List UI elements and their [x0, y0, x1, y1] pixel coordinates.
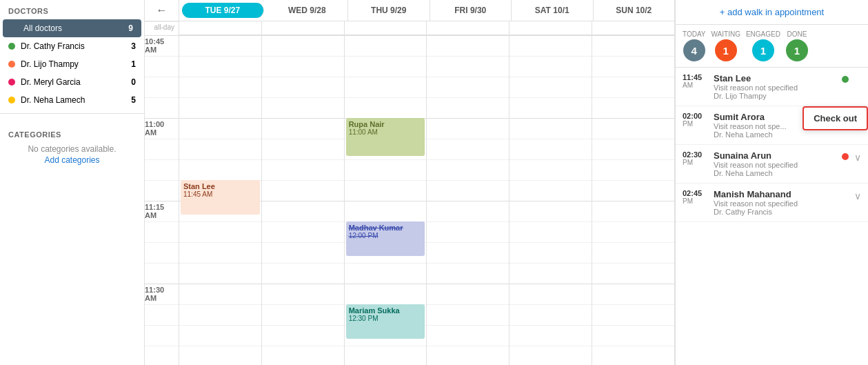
day-slot — [345, 346, 427, 365]
waiting-label: WAITING — [711, 30, 740, 38]
day-slot — [427, 201, 509, 221]
day-slot — [262, 263, 344, 284]
done-stat: DONE 1 — [786, 30, 808, 61]
add-categories-link[interactable]: Add categories — [8, 155, 136, 165]
calendar-appointment[interactable]: Rupa Nair11:00 AM — [346, 118, 425, 156]
doctor-count: 5 — [131, 95, 136, 105]
appt-patient-name: Manish Mahanand — [714, 189, 861, 199]
sidebar-item-doctor-0[interactable]: All doctors9 — [3, 19, 141, 37]
appt-reason: Visit reason not specified — [714, 161, 861, 169]
day-header-0[interactable]: TUE 9/27 — [182, 3, 264, 18]
nav-back-button[interactable]: ← — [157, 4, 168, 17]
day-slot — [592, 139, 674, 159]
day-slot — [262, 56, 344, 77]
day-slot — [427, 97, 509, 118]
time-slot-13 — [145, 304, 179, 325]
appt-chevron[interactable]: ∨ — [854, 152, 861, 163]
time-slot-11 — [145, 263, 179, 284]
day-slot — [179, 325, 261, 346]
day-slot — [509, 242, 592, 263]
add-walkin-button[interactable]: + add walk in appointment — [676, 0, 868, 25]
doctor-name: Dr. Cathy Francis — [21, 41, 131, 51]
appt-details: Stan LeeVisit reason not specifiedDr. Li… — [714, 73, 861, 100]
time-slot-12: 11:30 AM — [145, 284, 179, 304]
checkout-popup[interactable]: Check out — [803, 106, 868, 130]
allday-cell-0 — [179, 21, 261, 35]
day-slot — [262, 346, 344, 365]
today-label: TODAY — [683, 30, 706, 38]
day-slot — [509, 201, 592, 221]
appt-chevron[interactable]: ∨ — [854, 190, 861, 201]
day-slot — [509, 159, 592, 180]
time-slot-10 — [145, 242, 179, 263]
day-slot — [592, 118, 674, 139]
day-slot — [179, 284, 261, 304]
allday-cell-2 — [345, 21, 427, 35]
appt-time: 02:30 — [683, 150, 714, 159]
appt-block-name: Madhav Kumar — [349, 224, 423, 232]
day-slot — [179, 263, 261, 284]
doctor-count: 3 — [131, 41, 136, 51]
day-col-5 — [592, 21, 675, 365]
day-slot — [262, 325, 344, 346]
calendar-header: ← TUE 9/27WED 9/28THU 9/29FRI 9/30SAT 10… — [145, 0, 675, 21]
day-slot — [592, 242, 674, 263]
time-slot-0: 10:45 AM — [145, 35, 179, 56]
categories-section: CATEGORIES No categories available. Add … — [0, 124, 144, 172]
day-slot — [592, 35, 674, 56]
day-slot — [509, 139, 592, 159]
appt-time-col: 02:45PM — [683, 189, 714, 216]
allday-label: all-day — [145, 21, 179, 35]
day-slot — [179, 56, 261, 77]
appt-block-time: 11:00 AM — [349, 128, 423, 136]
day-slot — [509, 284, 592, 304]
calendar-nav[interactable]: ← — [145, 0, 179, 21]
sidebar-item-doctor-2[interactable]: Dr. Lijo Thampy1 — [0, 55, 144, 73]
day-header-1[interactable]: WED 9/28 — [267, 0, 349, 21]
day-slot — [509, 304, 592, 325]
engaged-label: ENGAGED — [746, 30, 780, 38]
day-slot — [592, 180, 674, 201]
doctor-count: 1 — [131, 59, 136, 69]
doctor-dot — [8, 61, 15, 68]
time-slot-9 — [145, 221, 179, 242]
time-slot-15 — [145, 346, 179, 365]
day-header-3[interactable]: FRI 9/30 — [430, 0, 512, 21]
day-slot — [179, 346, 261, 365]
appt-block-name: Rupa Nair — [349, 120, 423, 128]
day-slot — [179, 139, 261, 159]
appt-doctor: Dr. Lijo Thampy — [714, 92, 861, 100]
appt-time: 11:45 — [683, 73, 714, 81]
sidebar-item-doctor-3[interactable]: Dr. Meryl Garcia0 — [0, 73, 144, 91]
appt-time: 02:45 — [683, 189, 714, 197]
calendar-appointment[interactable]: Mariam Sukka12:30 PM — [346, 304, 425, 339]
day-slot — [509, 77, 592, 97]
appt-block-time: 12:30 PM — [349, 315, 423, 322]
waiting-stat: WAITING 1 — [711, 30, 740, 61]
doctor-count: 0 — [131, 77, 136, 87]
time-slot-2 — [145, 77, 179, 97]
appt-ampm: PM — [683, 197, 714, 205]
day-slot — [262, 201, 344, 221]
day-header-4[interactable]: SAT 10/1 — [512, 0, 594, 21]
day-header-5[interactable]: SUN 10/2 — [594, 0, 676, 21]
day-slot — [262, 77, 344, 97]
day-slot — [427, 77, 509, 97]
appt-details: Sunaina ArunVisit reason not specifiedDr… — [714, 150, 861, 177]
engaged-stat: ENGAGED 1 — [746, 30, 780, 61]
appt-doctor: Dr. Neha Lamech — [714, 169, 861, 177]
day-slot — [179, 304, 261, 325]
sidebar-item-doctor-4[interactable]: Dr. Neha Lamech5 — [0, 91, 144, 109]
calendar-appointment[interactable]: Madhav Kumar12:00 PM — [346, 221, 425, 256]
day-header-2[interactable]: THU 9/29 — [348, 0, 430, 21]
time-slot-5 — [145, 139, 179, 159]
day-slot — [345, 159, 427, 180]
day-col-4 — [509, 21, 592, 365]
done-count: 1 — [786, 39, 808, 61]
sidebar-item-doctor-1[interactable]: Dr. Cathy Francis3 — [0, 37, 144, 55]
day-slot — [592, 263, 674, 284]
calendar-appointment[interactable]: Stan Lee11:45 AM — [181, 180, 260, 215]
time-slot-1 — [145, 56, 179, 77]
doctor-list: All doctors9Dr. Cathy Francis3Dr. Lijo T… — [0, 19, 144, 109]
day-slot — [262, 159, 344, 180]
